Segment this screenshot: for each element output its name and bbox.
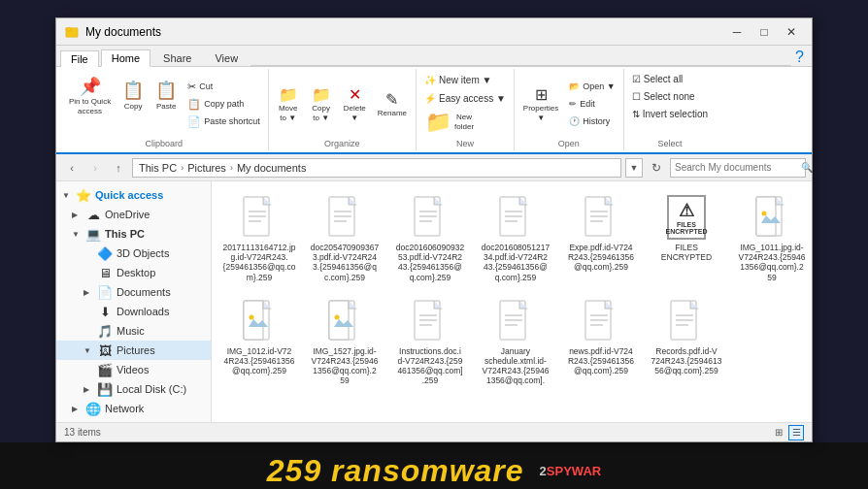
desktop-icon: 🖥 — [97, 266, 113, 279]
sidebar-item-quick-access[interactable]: ▼ ⭐ Quick access — [56, 185, 211, 205]
invert-icon: ⇅ — [632, 109, 640, 119]
new-folder-button[interactable]: 📁 Newfolder — [420, 108, 479, 137]
address-path[interactable]: This PC › Pictures › My documents — [132, 158, 621, 178]
path-thispc[interactable]: This PC — [139, 162, 177, 174]
rename-icon: ✎ — [385, 90, 398, 109]
file-item[interactable]: IMG_1527.jpg.id-V724R243.{259461356@qq.c… — [305, 293, 384, 391]
open-label: Open — [558, 139, 580, 148]
file-name: Expe.pdf.id-V724R243.{259461356@qq.com}.… — [568, 243, 634, 273]
minimize-button[interactable]: ─ — [724, 22, 750, 42]
file-name: news.pdf.id-V724R243.{259461356@qq.com}.… — [568, 346, 634, 376]
copy-to-icon: 📁 — [312, 85, 331, 104]
tab-home[interactable]: Home — [101, 49, 150, 67]
maximize-button[interactable]: □ — [751, 22, 777, 42]
select-none-button[interactable]: ☐Select none — [628, 88, 699, 104]
copy-button[interactable]: 📋 Copy — [117, 71, 149, 121]
tab-share[interactable]: Share — [152, 49, 202, 66]
file-name: doc20160609093253.pdf.id-V724R243.{25946… — [396, 243, 464, 282]
copy-path-icon: 📋 — [187, 98, 201, 111]
tab-view[interactable]: View — [204, 49, 249, 66]
expand-arrow-docs: ▶ — [83, 288, 95, 297]
cut-button[interactable]: ✂Cut — [184, 79, 264, 94]
file-icon — [327, 300, 362, 342]
file-item[interactable]: IMG_1012.id-V724R243.{259461356@qq.com}.… — [219, 293, 299, 391]
forward-button[interactable]: › — [85, 158, 105, 178]
new-item-icon: ✨ — [424, 75, 436, 85]
encrypted-icon: ⚠ FILESENCRYPTED — [667, 195, 706, 240]
file-item[interactable]: Januaryschedule.xtml.id-V724R243.{259461… — [476, 293, 555, 391]
file-icon — [242, 196, 277, 239]
rename-button[interactable]: ✎ Rename — [373, 79, 412, 129]
pin-to-quick-access-button[interactable]: 📌 Pin to Quickaccess — [64, 71, 116, 121]
edit-button[interactable]: ✏Edit — [565, 96, 618, 112]
file-item[interactable]: ⚠ FILESENCRYPTED FILESENCRYPTED — [647, 189, 726, 287]
help-button[interactable]: ? — [791, 49, 808, 66]
grid-view-button[interactable]: ⊞ — [771, 425, 786, 440]
sidebar-item-onedrive[interactable]: ▶ ☁ OneDrive — [56, 205, 211, 224]
select-all-button[interactable]: ☑Select all — [628, 71, 687, 86]
up-button[interactable]: ↑ — [109, 158, 128, 178]
file-name: IMG_1527.jpg.id-V724R243.{259461356@qq.c… — [311, 346, 378, 386]
tab-file[interactable]: File — [60, 50, 99, 67]
file-area: 20171113164712.jpg.id-V724R243.{25946135… — [212, 181, 812, 422]
copy-icon: 📋 — [122, 81, 144, 102]
list-view-button[interactable]: ☰ — [788, 425, 804, 440]
refresh-button[interactable]: ↻ — [647, 158, 666, 178]
expand-arrow-thispc: ▼ — [72, 230, 83, 239]
file-item[interactable]: Records.pdf.id-V724R243.{259461356@qq.co… — [647, 293, 726, 391]
move-to-button[interactable]: 📁 Moveto ▼ — [273, 79, 304, 129]
path-arrow-2: › — [230, 163, 233, 173]
banner-logo: 2SPYWAR — [540, 464, 602, 478]
open-button[interactable]: 📂Open ▼ — [565, 79, 618, 94]
sidebar-label-videos: Videos — [117, 364, 149, 375]
easy-access-button[interactable]: ⚡Easy access ▼ — [420, 89, 510, 107]
sidebar-item-downloads[interactable]: ⬇ Downloads — [56, 302, 211, 321]
item-count: 13 items — [64, 427, 101, 438]
paste-shortcut-button[interactable]: 📄Paste shortcut — [184, 114, 264, 129]
file-item[interactable]: IMG_1011.jpg.id-V724R243.{259461356@qq.c… — [732, 189, 812, 287]
close-button[interactable]: ✕ — [779, 22, 804, 42]
delete-button[interactable]: ✕ Delete▼ — [339, 79, 371, 129]
sidebar-item-network[interactable]: ▶ 🌐 Network — [56, 399, 211, 418]
sidebar-item-music[interactable]: 🎵 Music — [56, 321, 211, 341]
thispc-icon: 💻 — [85, 227, 101, 241]
copy-path-button[interactable]: 📋Copy path — [184, 96, 264, 112]
invert-selection-button[interactable]: ⇅Invert selection — [628, 106, 712, 121]
svg-point-33 — [335, 314, 340, 319]
back-button[interactable]: ‹ — [62, 158, 82, 178]
file-item[interactable]: Expe.pdf.id-V724R243.{259461356@qq.com}.… — [561, 189, 641, 287]
view-buttons: ⊞ ☰ — [771, 425, 804, 440]
sidebar-item-videos[interactable]: 🎬 Videos — [56, 360, 211, 379]
file-icon-wrap — [667, 298, 706, 344]
file-item[interactable]: news.pdf.id-V724R243.{259461356@qq.com}.… — [561, 293, 641, 391]
file-item[interactable]: doc2054709093673.pdf.id-V724R243.{259461… — [305, 189, 384, 287]
sidebar-item-pictures[interactable]: ▼ 🖼 Pictures — [56, 341, 211, 360]
file-item[interactable]: doc20160609093253.pdf.id-V724R243.{25946… — [390, 189, 470, 287]
address-bar: ‹ › ↑ This PC › Pictures › My documents … — [56, 154, 812, 181]
file-item[interactable]: doc20160805121734.pdf.id-V724R243.{25946… — [476, 189, 555, 287]
search-input[interactable] — [675, 162, 798, 173]
history-button[interactable]: 🕐History — [565, 114, 618, 129]
path-arrow-1: › — [181, 163, 184, 173]
pin-icon: 📌 — [80, 77, 101, 98]
select-none-icon: ☐ — [632, 91, 641, 102]
file-item[interactable]: 20171113164712.jpg.id-V724R243.{25946135… — [219, 189, 299, 287]
properties-button[interactable]: ⊞ Properties▼ — [518, 79, 563, 129]
path-pictures[interactable]: Pictures — [187, 162, 226, 174]
sidebar-item-documents[interactable]: ▶ 📄 Documents — [56, 282, 211, 302]
path-mydocs[interactable]: My documents — [237, 162, 307, 174]
sidebar-item-desktop[interactable]: 🖥 Desktop — [56, 263, 211, 282]
explorer-window: My documents ─ □ ✕ File Home Share View … — [55, 17, 813, 442]
paste-button[interactable]: 📋 Paste — [150, 71, 182, 121]
address-dropdown[interactable]: ▼ — [625, 158, 643, 178]
sidebar-item-this-pc[interactable]: ▼ 💻 This PC — [56, 224, 211, 244]
sidebar-item-local-disk[interactable]: ▶ 💾 Local Disk (C:) — [56, 379, 211, 399]
sidebar-item-3d-objects[interactable]: 🔷 3D Objects — [56, 244, 211, 263]
file-item[interactable]: Instructions.doc.id-V724R243.{259461356@… — [390, 293, 470, 391]
easy-access-icon: ⚡ — [424, 93, 436, 104]
new-item-button[interactable]: ✨New item ▼ — [420, 71, 495, 88]
svg-point-25 — [762, 212, 767, 216]
copy-to-button[interactable]: 📁 Copyto ▼ — [306, 79, 337, 129]
ribbon-group-new: ✨New item ▼ ⚡Easy access ▼ 📁 Newfolder N… — [417, 69, 515, 150]
sidebar-label-local-disk: Local Disk (C:) — [117, 383, 186, 395]
